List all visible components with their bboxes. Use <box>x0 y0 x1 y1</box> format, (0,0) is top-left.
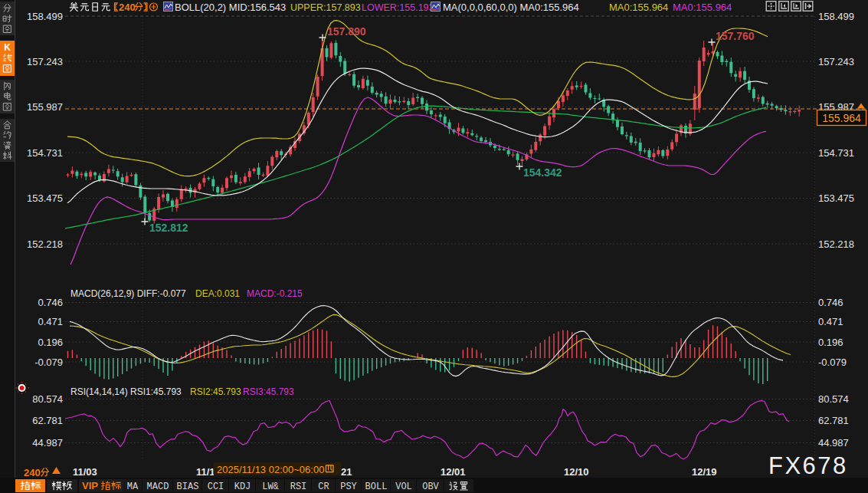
svg-text:11/03: 11/03 <box>73 466 97 478</box>
svg-text:62.781: 62.781 <box>32 415 63 426</box>
svg-text:152.812: 152.812 <box>149 222 188 234</box>
svg-text:MA: MA <box>127 481 139 492</box>
svg-text:240: 240 <box>24 467 41 478</box>
svg-text:154.731: 154.731 <box>818 147 854 159</box>
svg-text:RSI: RSI <box>290 481 307 492</box>
svg-text:PSY: PSY <box>340 481 357 492</box>
svg-text:BOLL(20,2) MID:156.543: BOLL(20,2) MID:156.543 <box>175 2 286 13</box>
svg-text:MACD(26,12,9) DIFF:-0.077: MACD(26,12,9) DIFF:-0.077 <box>70 288 186 299</box>
svg-text:12/01: 12/01 <box>441 466 466 478</box>
svg-text:44.987: 44.987 <box>32 437 63 449</box>
svg-text:CR: CR <box>318 481 329 492</box>
svg-text:LOWER:155.193: LOWER:155.193 <box>362 2 434 13</box>
svg-text:VOL: VOL <box>395 481 412 492</box>
svg-text:0.471: 0.471 <box>818 316 843 327</box>
svg-text:MACD:-0.215: MACD:-0.215 <box>247 288 303 299</box>
svg-text:DEA:0.031: DEA:0.031 <box>195 288 240 299</box>
svg-text:157.243: 157.243 <box>27 56 63 67</box>
svg-text:BIAS: BIAS <box>177 481 199 492</box>
svg-text:MA(0,0,0,60,0,0) MA0:155.964: MA(0,0,0,60,0,0) MA0:155.964 <box>443 2 579 13</box>
svg-text:21: 21 <box>341 466 352 478</box>
svg-text:153.475: 153.475 <box>27 192 63 204</box>
svg-text:RSI3:45.793: RSI3:45.793 <box>243 386 294 397</box>
svg-text:MA0:155.964: MA0:155.964 <box>609 2 668 13</box>
svg-text:80.574: 80.574 <box>818 393 849 405</box>
svg-text:157.243: 157.243 <box>818 56 854 67</box>
svg-text:MACD: MACD <box>147 481 169 492</box>
svg-text:0.746: 0.746 <box>38 297 63 308</box>
svg-text:KDJ: KDJ <box>234 481 251 492</box>
svg-text:80.574: 80.574 <box>32 393 63 405</box>
svg-text:0.471: 0.471 <box>38 316 63 327</box>
svg-text:44.987: 44.987 <box>818 437 849 449</box>
svg-text:152.218: 152.218 <box>27 238 63 250</box>
svg-text:UPPER:157.893: UPPER:157.893 <box>290 2 361 13</box>
svg-text:BOLL: BOLL <box>365 481 388 492</box>
svg-text:VIP: VIP <box>82 480 98 491</box>
svg-text:12/10: 12/10 <box>564 466 589 478</box>
svg-text:0.746: 0.746 <box>818 297 843 308</box>
svg-text:240: 240 <box>119 2 136 13</box>
svg-text:152.218: 152.218 <box>818 238 854 250</box>
svg-text:11/1: 11/1 <box>196 466 215 478</box>
svg-text:CCI: CCI <box>208 481 224 492</box>
svg-text:154.342: 154.342 <box>523 166 562 179</box>
svg-text:RSI(14,14,14) RSI1:45.793: RSI(14,14,14) RSI1:45.793 <box>70 386 182 397</box>
svg-text:K: K <box>4 42 11 53</box>
svg-text:LW&: LW& <box>262 481 279 492</box>
svg-text:2025/11/13 02:00~06:00: 2025/11/13 02:00~06:00 <box>217 464 324 475</box>
svg-text:158.499: 158.499 <box>27 11 63 22</box>
svg-text:12/19: 12/19 <box>692 466 717 478</box>
svg-text:0.196: 0.196 <box>818 337 843 348</box>
svg-text:0.196: 0.196 <box>38 337 63 348</box>
svg-text:FX678: FX678 <box>768 452 848 479</box>
svg-text:153.475: 153.475 <box>818 192 854 204</box>
svg-text:OBV: OBV <box>422 481 439 492</box>
svg-text:154.731: 154.731 <box>27 147 63 159</box>
svg-text:RSI2:45.793: RSI2:45.793 <box>190 386 241 397</box>
svg-text:155.964: 155.964 <box>822 112 861 124</box>
svg-text:-0.079: -0.079 <box>34 357 63 368</box>
svg-text:157.760: 157.760 <box>716 30 755 42</box>
svg-text:158.499: 158.499 <box>818 11 854 22</box>
svg-text:-0.079: -0.079 <box>818 357 847 368</box>
svg-text:155.987: 155.987 <box>27 101 63 113</box>
svg-text:62.781: 62.781 <box>818 415 849 426</box>
svg-text:MA0:155.964: MA0:155.964 <box>673 2 732 13</box>
svg-text:157.890: 157.890 <box>327 25 366 38</box>
